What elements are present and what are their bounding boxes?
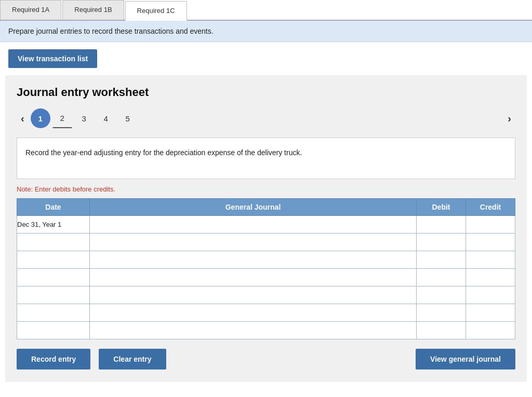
date-cell-2 bbox=[17, 251, 90, 269]
credit-cell-4 bbox=[466, 286, 515, 304]
credit-cell-5 bbox=[466, 304, 515, 322]
date-input-3[interactable] bbox=[17, 269, 89, 286]
credit-input-1[interactable] bbox=[466, 234, 515, 251]
tab-required-1a[interactable]: Required 1A bbox=[0, 0, 61, 20]
credit-input-5[interactable] bbox=[466, 304, 515, 321]
col-header-date: Date bbox=[17, 199, 90, 216]
date-cell-0: Dec 31, Year 1 bbox=[17, 216, 90, 234]
record-entry-button[interactable]: Record entry bbox=[17, 349, 90, 369]
journal-table: Date General Journal Debit Credit Dec 31… bbox=[17, 198, 515, 339]
view-general-journal-button[interactable]: View general journal bbox=[416, 349, 515, 369]
journal-cell-0 bbox=[90, 216, 417, 234]
description-text: Record the year-end adjusting entry for … bbox=[25, 148, 302, 157]
debit-cell-5 bbox=[417, 304, 466, 322]
journal-cell-3 bbox=[90, 269, 417, 286]
description-box: Record the year-end adjusting entry for … bbox=[17, 138, 515, 179]
debit-cell-4 bbox=[417, 286, 466, 304]
credit-cell-6 bbox=[466, 322, 515, 339]
col-header-credit: Credit bbox=[466, 199, 515, 216]
page-tab-5[interactable]: 5 bbox=[118, 108, 138, 128]
table-row bbox=[17, 269, 515, 286]
date-cell-1 bbox=[17, 234, 90, 251]
journal-input-0[interactable] bbox=[90, 216, 416, 233]
credit-input-0[interactable] bbox=[466, 216, 515, 233]
date-input-2[interactable] bbox=[17, 251, 89, 268]
credit-cell-3 bbox=[466, 269, 515, 286]
page-tab-3[interactable]: 3 bbox=[74, 108, 94, 128]
journal-input-2[interactable] bbox=[90, 251, 416, 268]
clear-entry-button[interactable]: Clear entry bbox=[99, 349, 166, 369]
page-tab-2[interactable]: 2 bbox=[52, 108, 72, 128]
journal-cell-4 bbox=[90, 286, 417, 304]
table-row bbox=[17, 322, 515, 339]
date-input-5[interactable] bbox=[17, 304, 89, 321]
col-header-debit: Debit bbox=[417, 199, 466, 216]
debit-input-5[interactable] bbox=[417, 304, 466, 321]
debit-input-2[interactable] bbox=[417, 251, 466, 268]
credit-input-4[interactable] bbox=[466, 286, 515, 304]
date-cell-4 bbox=[17, 286, 90, 304]
credit-cell-0 bbox=[466, 216, 515, 234]
debit-cell-0 bbox=[417, 216, 466, 234]
table-row bbox=[17, 304, 515, 322]
date-cell-5 bbox=[17, 304, 90, 322]
tabs-bar: Required 1A Required 1B Required 1C bbox=[0, 0, 532, 21]
debit-input-1[interactable] bbox=[417, 234, 466, 251]
journal-input-1[interactable] bbox=[90, 234, 416, 251]
debit-input-4[interactable] bbox=[417, 286, 466, 304]
note-text: Note: Enter debits before credits. bbox=[17, 185, 515, 193]
credit-cell-1 bbox=[466, 234, 515, 251]
debit-cell-2 bbox=[417, 251, 466, 269]
tab-required-1b[interactable]: Required 1B bbox=[62, 0, 124, 20]
instruction-text: Prepare journal entries to record these … bbox=[8, 27, 214, 35]
date-cell-3 bbox=[17, 269, 90, 286]
date-input-6[interactable] bbox=[17, 322, 89, 339]
journal-input-4[interactable] bbox=[90, 286, 416, 304]
tab-required-1c[interactable]: Required 1C bbox=[125, 1, 187, 21]
debit-cell-6 bbox=[417, 322, 466, 339]
debit-input-6[interactable] bbox=[417, 322, 466, 339]
bottom-buttons: Record entry Clear entry View general jo… bbox=[17, 349, 515, 369]
table-row bbox=[17, 234, 515, 251]
journal-input-3[interactable] bbox=[90, 269, 416, 286]
journal-input-6[interactable] bbox=[90, 322, 416, 339]
credit-input-6[interactable] bbox=[466, 322, 515, 339]
worksheet-container: Journal entry worksheet ‹ 1 2 3 4 5 › Re… bbox=[5, 75, 527, 382]
table-row: Dec 31, Year 1 bbox=[17, 216, 515, 234]
credit-input-2[interactable] bbox=[466, 251, 515, 268]
worksheet-title: Journal entry worksheet bbox=[17, 86, 515, 99]
instruction-banner: Prepare journal entries to record these … bbox=[0, 21, 532, 42]
col-header-general-journal: General Journal bbox=[90, 199, 417, 216]
debit-cell-1 bbox=[417, 234, 466, 251]
table-row bbox=[17, 251, 515, 269]
view-transaction-button[interactable]: View transaction list bbox=[8, 49, 97, 68]
page-navigation: ‹ 1 2 3 4 5 › bbox=[17, 108, 515, 128]
debit-cell-3 bbox=[417, 269, 466, 286]
credit-input-3[interactable] bbox=[466, 269, 515, 286]
date-input-4[interactable] bbox=[17, 286, 89, 304]
page-tab-1[interactable]: 1 bbox=[31, 108, 50, 128]
journal-cell-5 bbox=[90, 304, 417, 322]
journal-input-5[interactable] bbox=[90, 304, 416, 321]
journal-cell-2 bbox=[90, 251, 417, 269]
journal-cell-6 bbox=[90, 322, 417, 339]
journal-cell-1 bbox=[90, 234, 417, 251]
next-page-button[interactable]: › bbox=[503, 111, 515, 127]
debit-input-3[interactable] bbox=[417, 269, 466, 286]
credit-cell-2 bbox=[466, 251, 515, 269]
page-tab-4[interactable]: 4 bbox=[96, 108, 116, 128]
debit-input-0[interactable] bbox=[417, 216, 466, 233]
prev-page-button[interactable]: ‹ bbox=[17, 111, 29, 127]
date-cell-6 bbox=[17, 322, 90, 339]
date-input-1[interactable] bbox=[17, 234, 89, 251]
table-row bbox=[17, 286, 515, 304]
